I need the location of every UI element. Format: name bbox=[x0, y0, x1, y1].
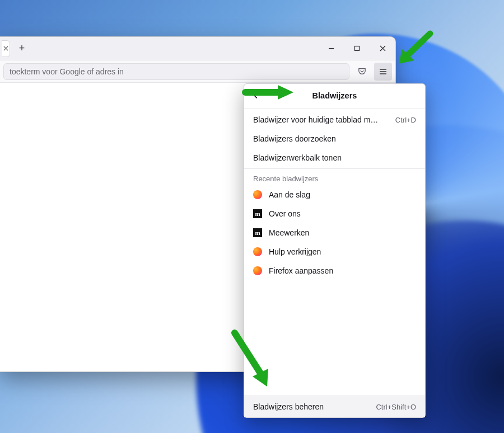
annotation-arrow bbox=[242, 83, 296, 102]
bookmark-label: Over ons bbox=[269, 209, 416, 218]
window-controls bbox=[318, 37, 395, 60]
pocket-icon[interactable] bbox=[353, 63, 371, 81]
active-tab-close[interactable] bbox=[2, 40, 10, 57]
bookmark-label: Aan de slag bbox=[269, 190, 416, 199]
recent-bookmark-item[interactable]: Firefox aanpassen bbox=[244, 261, 425, 280]
window-minimize-button[interactable] bbox=[318, 37, 344, 60]
annotation-arrow bbox=[227, 330, 277, 391]
mozilla-favicon-icon: m bbox=[253, 209, 262, 218]
app-menu-button[interactable] bbox=[374, 63, 392, 81]
separator bbox=[244, 168, 425, 169]
manage-bookmarks-item[interactable]: Bladwijzers beheren Ctrl+Shift+O bbox=[244, 396, 425, 417]
menu-item-label: Bladwijzer voor huidige tabblad m… bbox=[253, 115, 389, 124]
menu-item-label: Bladwijzerwerkbalk tonen bbox=[253, 153, 416, 162]
search-bookmarks-item[interactable]: Bladwijzers doorzoeken bbox=[244, 129, 425, 148]
recent-bookmarks-heading: Recente bladwijzers bbox=[244, 170, 425, 185]
recent-bookmark-item[interactable]: Hulp verkrijgen bbox=[244, 242, 425, 261]
recent-bookmark-item[interactable]: m Over ons bbox=[244, 204, 425, 223]
bookmark-label: Hulp verkrijgen bbox=[269, 247, 416, 256]
menu-item-label: Bladwijzers doorzoeken bbox=[253, 134, 416, 143]
address-bar[interactable]: toekterm voor Google of adres in bbox=[3, 63, 349, 80]
bookmark-label: Firefox aanpassen bbox=[269, 266, 416, 275]
show-bookmarks-toolbar-item[interactable]: Bladwijzerwerkbalk tonen bbox=[244, 148, 425, 167]
firefox-favicon-icon bbox=[253, 247, 262, 256]
separator bbox=[244, 109, 425, 109]
firefox-favicon-icon bbox=[253, 190, 262, 199]
menu-item-label: Bladwijzers beheren bbox=[253, 402, 369, 411]
address-bar-placeholder: toekterm voor Google of adres in bbox=[10, 67, 124, 76]
menu-title: Bladwijzers bbox=[312, 91, 357, 100]
menu-footer: Bladwijzers beheren Ctrl+Shift+O bbox=[244, 396, 425, 417]
bookmark-current-tab-item[interactable]: Bladwijzer voor huidige tabblad m… Ctrl+… bbox=[244, 110, 425, 129]
shortcut-label: Ctrl+D bbox=[395, 116, 416, 124]
navigation-toolbar: toekterm voor Google of adres in bbox=[0, 60, 395, 83]
shortcut-label: Ctrl+Shift+O bbox=[376, 403, 416, 411]
bookmark-label: Meewerken bbox=[269, 228, 416, 237]
svg-rect-0 bbox=[354, 46, 359, 51]
mozilla-favicon-icon: m bbox=[253, 228, 262, 237]
window-close-button[interactable] bbox=[370, 37, 395, 60]
firefox-favicon-icon bbox=[253, 266, 262, 275]
recent-bookmark-item[interactable]: Aan de slag bbox=[244, 185, 425, 204]
window-maximize-button[interactable] bbox=[344, 37, 370, 60]
recent-bookmark-item[interactable]: m Meewerken bbox=[244, 223, 425, 242]
tab-strip: + bbox=[0, 37, 395, 60]
new-tab-button[interactable]: + bbox=[13, 40, 30, 57]
annotation-arrow bbox=[395, 30, 435, 66]
